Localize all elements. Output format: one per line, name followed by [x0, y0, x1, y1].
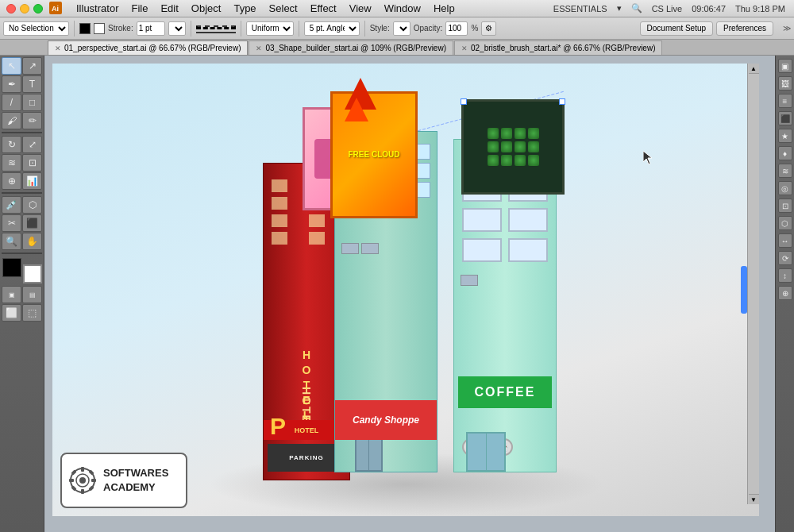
hex-dot: [488, 155, 499, 166]
panel-btn-2[interactable]: 🖼: [778, 76, 792, 91]
scroll-down-btn[interactable]: ▼: [749, 494, 759, 504]
pen-tool[interactable]: ✒: [2, 75, 21, 93]
illustration[interactable]: HOTEL HOTEL PARKING P: [52, 64, 759, 516]
color-mode-row: ▣ ▤: [2, 286, 42, 303]
menu-type[interactable]: Type: [227, 1, 262, 16]
tool-sep-1: [2, 132, 42, 133]
toolbar: No Selection Stroke: ▾ Uniform 5 pt. Ang…: [0, 17, 794, 40]
maximize-button[interactable]: [33, 4, 43, 13]
hex-dot: [528, 128, 539, 139]
drawing-mode-btn[interactable]: ⬜: [2, 304, 21, 322]
panel-toggle[interactable]: ≫: [783, 24, 791, 33]
menu-help[interactable]: Help: [427, 1, 461, 16]
graphtool[interactable]: 📊: [22, 172, 42, 190]
menu-file[interactable]: File: [125, 1, 154, 16]
panel-btn-14[interactable]: ⊕: [778, 286, 792, 300]
uniform-select[interactable]: Uniform: [246, 21, 294, 36]
stroke-color[interactable]: [23, 264, 42, 283]
panel-btn-11[interactable]: ↔: [778, 233, 792, 248]
essentials-label[interactable]: ESSENTIALS: [551, 4, 610, 13]
eraser-tool[interactable]: ⬛: [22, 214, 42, 232]
flame-orange: [345, 98, 368, 121]
panel-btn-12[interactable]: ⟳: [778, 251, 792, 265]
tab-close-0[interactable]: ✕: [55, 44, 61, 52]
tab-close-1[interactable]: ✕: [256, 44, 262, 52]
menu-view[interactable]: View: [343, 1, 378, 16]
traffic-lights: [6, 4, 43, 13]
tab-1[interactable]: ✕ 03_Shape_builder_start.ai @ 109% (RGB/…: [249, 40, 453, 55]
panel-btn-7[interactable]: ≋: [778, 164, 792, 178]
eyedropper-tool[interactable]: 💉: [2, 196, 21, 214]
red-window: [272, 179, 287, 192]
doc-setup-btn[interactable]: Document Setup: [640, 21, 714, 36]
gradient-btn[interactable]: ▤: [22, 286, 42, 303]
close-button[interactable]: [6, 4, 16, 13]
canvas-area[interactable]: HOTEL HOTEL PARKING P: [44, 56, 775, 532]
fill-color[interactable]: [2, 258, 21, 277]
hex-pattern: [481, 121, 545, 172]
style-select[interactable]: ▾: [393, 21, 410, 36]
selection-tool[interactable]: ↖: [2, 57, 21, 75]
stroke-input[interactable]: [137, 21, 165, 36]
parking-text: PARKING: [289, 454, 323, 461]
scale-tool[interactable]: ⤢: [22, 136, 42, 153]
fill-swatch[interactable]: [79, 23, 91, 34]
panel-btn-8[interactable]: ◎: [778, 181, 792, 195]
menu-window[interactable]: Window: [378, 1, 427, 16]
menu-illustrator[interactable]: Illustrator: [70, 1, 125, 16]
tab-2[interactable]: ✕ 02_bristle_brush_start.ai* @ 66.67% (R…: [454, 40, 662, 55]
panel-btn-6[interactable]: ♦: [778, 146, 792, 160]
angled-select[interactable]: 5 pt. Angled: [304, 21, 360, 36]
minimize-button[interactable]: [20, 4, 29, 13]
hand-tool[interactable]: ✋: [22, 233, 42, 250]
right-scrollbar[interactable]: ▲ ▼: [747, 64, 759, 504]
scroll-up-btn[interactable]: ▲: [749, 64, 759, 74]
direct-selection-tool[interactable]: ↗: [22, 57, 42, 75]
blend-tool[interactable]: ⬡: [22, 196, 42, 214]
red-window: [309, 214, 325, 227]
panel-btn-1[interactable]: ▣: [778, 59, 792, 73]
tool-row-2: ✒ T: [2, 75, 42, 93]
screen-mode-btn[interactable]: ⬚: [22, 304, 42, 322]
rotate-tool[interactable]: ↻: [2, 136, 21, 153]
hex-dot: [501, 128, 512, 139]
scissors-tool[interactable]: ✂: [2, 214, 21, 232]
menu-effect[interactable]: Effect: [304, 1, 343, 16]
hex-dot: [488, 128, 499, 139]
menu-select[interactable]: Select: [263, 1, 304, 16]
type-tool[interactable]: T: [22, 75, 42, 93]
panel-btn-9[interactable]: ⊡: [778, 199, 792, 213]
panel-btn-10[interactable]: ⬡: [778, 216, 792, 230]
panel-btn-13[interactable]: ↕: [778, 268, 792, 283]
hex-dot: [501, 155, 512, 166]
panel-btn-4[interactable]: ⬛: [778, 111, 792, 125]
opacity-options-btn[interactable]: ⚙: [481, 21, 496, 36]
tab-0[interactable]: ✕ 01_perspective_start.ai @ 66.67% (RGB/…: [48, 40, 248, 55]
stroke-swatch[interactable]: [94, 23, 105, 34]
svg-rect-6: [81, 467, 84, 472]
no-selection-select[interactable]: No Selection: [3, 21, 69, 36]
door-panel-left: [468, 434, 487, 470]
warp-tool[interactable]: ≋: [2, 154, 21, 172]
menu-object[interactable]: Object: [185, 1, 228, 16]
color-mode-btn[interactable]: ▣: [2, 286, 21, 303]
paintbrush-tool[interactable]: 🖌: [2, 112, 21, 129]
panel-btn-5[interactable]: ★: [778, 129, 792, 143]
tab-close-2[interactable]: ✕: [461, 44, 468, 52]
free-transform-tool[interactable]: ⊡: [22, 154, 42, 172]
panel-btn-layers[interactable]: ≡: [778, 94, 792, 108]
symbolsprayer-tool[interactable]: ⊕: [2, 172, 21, 190]
line-tool[interactable]: /: [2, 94, 21, 111]
cursor: [643, 151, 656, 168]
zoom-tool[interactable]: 🔍: [2, 233, 21, 250]
menu-edit[interactable]: Edit: [154, 1, 184, 16]
rect-tool[interactable]: □: [22, 94, 42, 111]
pencil-tool[interactable]: ✏: [22, 112, 42, 129]
stroke-style-select[interactable]: ▾: [168, 21, 186, 36]
cs-live-btn[interactable]: CS Live: [649, 4, 685, 13]
opacity-input[interactable]: [445, 21, 468, 36]
preferences-btn[interactable]: Preferences: [716, 21, 773, 36]
red-window: [272, 197, 287, 210]
menu-right: ESSENTIALS ▾ 🔍 CS Live 09:06:47 Thu 9:18…: [551, 3, 788, 13]
billboard-dark: [461, 99, 565, 195]
